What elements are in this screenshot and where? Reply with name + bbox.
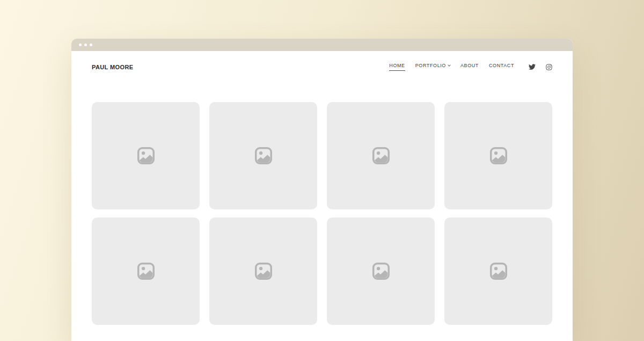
- nav-item-home[interactable]: HOME: [389, 63, 405, 71]
- image-placeholder-icon: [136, 146, 156, 166]
- instagram-icon[interactable]: [546, 64, 552, 70]
- nav-item-about[interactable]: ABOUT: [460, 63, 479, 71]
- browser-title-bar: [71, 39, 573, 51]
- gallery-placeholder-card[interactable]: [209, 102, 317, 209]
- window-control-dot[interactable]: [79, 43, 82, 46]
- image-placeholder-icon: [488, 261, 509, 281]
- image-placeholder-icon: [136, 261, 156, 281]
- gallery-placeholder-card[interactable]: [444, 102, 552, 209]
- site-header: PAUL MOORE HOME PORTFOLIO ABOUT CONTACT: [92, 51, 552, 71]
- gallery-placeholder-card[interactable]: [327, 102, 435, 209]
- nav-item-contact[interactable]: CONTACT: [489, 63, 514, 71]
- gallery-placeholder-card[interactable]: [444, 217, 552, 325]
- window-control-dot[interactable]: [90, 43, 92, 46]
- window-control-dot[interactable]: [84, 43, 87, 46]
- gallery-placeholder-card[interactable]: [92, 102, 200, 209]
- image-placeholder-icon: [488, 146, 509, 166]
- image-placeholder-icon: [371, 261, 391, 281]
- gallery-grid: [92, 102, 552, 325]
- image-placeholder-icon: [371, 146, 391, 166]
- browser-window: PAUL MOORE HOME PORTFOLIO ABOUT CONTACT: [71, 39, 573, 341]
- nav-item-label: ABOUT: [460, 63, 479, 68]
- gallery-placeholder-card[interactable]: [209, 217, 317, 325]
- gallery-placeholder-card[interactable]: [327, 217, 435, 325]
- twitter-icon[interactable]: [529, 63, 536, 70]
- nav-item-portfolio[interactable]: PORTFOLIO: [415, 63, 450, 71]
- main-nav: HOME PORTFOLIO ABOUT CONTACT: [379, 63, 514, 71]
- social-links: [529, 63, 552, 70]
- image-placeholder-icon: [253, 261, 274, 281]
- page-content: PAUL MOORE HOME PORTFOLIO ABOUT CONTACT: [71, 51, 573, 341]
- nav-item-label: CONTACT: [489, 63, 514, 68]
- gallery-placeholder-card[interactable]: [92, 217, 200, 325]
- header-right: HOME PORTFOLIO ABOUT CONTACT: [379, 63, 552, 71]
- image-placeholder-icon: [253, 146, 274, 166]
- chevron-down-icon: [448, 63, 451, 67]
- nav-item-label: PORTFOLIO: [415, 63, 446, 68]
- site-logo[interactable]: PAUL MOORE: [92, 64, 134, 70]
- nav-item-label: HOME: [389, 63, 405, 68]
